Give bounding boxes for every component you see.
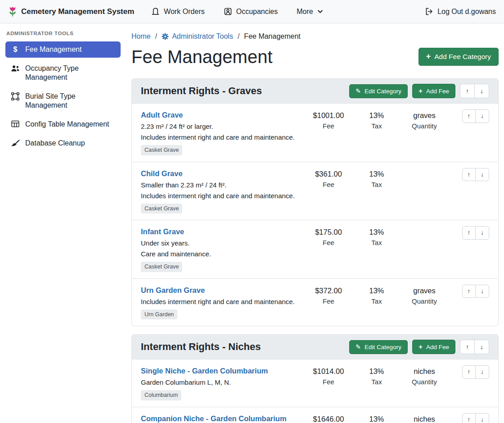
gear-icon bbox=[162, 33, 169, 40]
fee-description: Garden Columbarium L, M, N. bbox=[141, 377, 297, 388]
quantity-label: Quantity bbox=[398, 377, 450, 387]
chevron-down-icon bbox=[317, 9, 323, 14]
move-fee-up-button[interactable]: ↑ bbox=[462, 285, 476, 298]
nav-occupancies[interactable]: Occupancies bbox=[224, 7, 278, 16]
tax-value: 13% bbox=[355, 414, 398, 423]
fee-amount-label: Fee bbox=[302, 179, 355, 190]
move-category-up-button[interactable]: ↑ bbox=[460, 340, 475, 354]
sidebar-item-fee-management[interactable]: $ Fee Management bbox=[5, 41, 121, 58]
fee-name-link[interactable]: Urn Garden Grave bbox=[141, 285, 205, 296]
sidebar-item-label: Fee Management bbox=[25, 45, 81, 54]
sidebar-item-burial-site-type-management[interactable]: Burial Site Type Management bbox=[5, 88, 121, 114]
move-fee-down-button[interactable]: ↓ bbox=[475, 365, 489, 379]
tax-column: 13% Tax bbox=[355, 285, 398, 307]
top-navbar: Cemetery Management System Work Orders O… bbox=[0, 0, 504, 23]
move-fee-down-button[interactable]: ↓ bbox=[475, 226, 489, 240]
move-category-down-button[interactable]: ↓ bbox=[474, 340, 489, 354]
dollar-icon: $ bbox=[11, 45, 20, 54]
fee-name-link[interactable]: Adult Grave bbox=[141, 109, 183, 120]
fee-type-badge: Casket Grave bbox=[141, 262, 182, 272]
move-category-down-button[interactable]: ↓ bbox=[474, 84, 489, 98]
fee-row: Infant Grave Under six years. Care and m… bbox=[132, 220, 498, 279]
move-fee-up-button[interactable]: ↑ bbox=[462, 226, 476, 240]
fee-reorder-group: ↑ ↓ bbox=[462, 168, 490, 182]
tax-label: Tax bbox=[355, 179, 398, 190]
add-fee-button[interactable]: + Add Fee bbox=[412, 340, 455, 354]
sidebar-section-header: ADMINISTRATOR TOOLS bbox=[6, 31, 120, 36]
sidebar: ADMINISTRATOR TOOLS $ Fee Management Occ… bbox=[0, 23, 126, 160]
add-fee-category-button[interactable]: + Add Fee Category bbox=[418, 48, 499, 66]
tax-value: 13% bbox=[355, 227, 398, 237]
fee-name-link[interactable]: Single Niche - Garden Columbarium bbox=[141, 365, 268, 376]
fee-amount: $361.00 bbox=[302, 168, 355, 179]
category-reorder-group: ↑ ↓ bbox=[460, 340, 489, 354]
nav-work-orders[interactable]: Work Orders bbox=[151, 7, 204, 16]
fee-amount-column: $1646.00 Fee bbox=[302, 413, 355, 423]
sidebar-item-occupancy-type-management[interactable]: Occupancy Type Management bbox=[5, 60, 121, 86]
fee-name-link[interactable]: Infant Grave bbox=[141, 226, 184, 237]
quantity-column-empty bbox=[398, 168, 450, 168]
quantity-column: graves Quantity bbox=[398, 285, 450, 307]
fee-amount-column: $175.00 Fee bbox=[302, 226, 355, 248]
fee-amount-column: $1014.00 Fee bbox=[302, 365, 355, 387]
fee-name-link[interactable]: Child Grave bbox=[141, 168, 183, 179]
edit-category-button[interactable]: ✎ Edit Category bbox=[349, 340, 408, 354]
fee-row: Single Niche - Garden Columbarium Garden… bbox=[132, 359, 498, 407]
fee-name-link[interactable]: Companion Niche - Garden Columbarium bbox=[141, 413, 287, 423]
sidebar-item-label: Burial Site Type Management bbox=[25, 92, 115, 110]
fee-details: Single Niche - Garden Columbarium Garden… bbox=[141, 365, 302, 400]
move-fee-down-button[interactable]: ↓ bbox=[475, 168, 489, 182]
fee-type-badge: Casket Grave bbox=[141, 145, 182, 155]
broom-icon bbox=[11, 139, 20, 147]
move-fee-up-button[interactable]: ↑ bbox=[462, 109, 476, 123]
move-fee-up-button[interactable]: ↑ bbox=[462, 413, 476, 423]
fee-amount-label: Fee bbox=[302, 296, 355, 307]
fee-details: Companion Niche - Garden Columbarium Gar… bbox=[141, 413, 302, 423]
fee-amount: $1014.00 bbox=[302, 366, 355, 377]
category-reorder-group: ↑ ↓ bbox=[460, 84, 489, 98]
nav-more[interactable]: More bbox=[297, 8, 323, 16]
app-brand: Cemetery Management System bbox=[8, 6, 134, 18]
sidebar-item-label: Config Table Management bbox=[25, 120, 109, 129]
fee-description: Care and maintenance. bbox=[141, 249, 297, 259]
fee-amount-column: $361.00 Fee bbox=[302, 168, 355, 190]
fee-amount-label: Fee bbox=[302, 377, 355, 387]
add-fee-button[interactable]: + Add Fee bbox=[412, 84, 455, 98]
move-fee-down-button[interactable]: ↓ bbox=[475, 285, 489, 298]
fee-description: Under six years. bbox=[141, 238, 297, 249]
sidebar-item-config-table-management[interactable]: Config Table Management bbox=[5, 116, 121, 132]
edit-category-button[interactable]: ✎ Edit Category bbox=[349, 84, 408, 98]
move-fee-up-button[interactable]: ↑ bbox=[462, 168, 476, 182]
pencil-icon: ✎ bbox=[356, 88, 361, 94]
tax-column: 13% Tax bbox=[355, 365, 398, 387]
move-category-up-button[interactable]: ↑ bbox=[460, 84, 475, 98]
tax-column: 13% Tax bbox=[355, 168, 398, 190]
move-fee-down-button[interactable]: ↓ bbox=[475, 109, 489, 123]
fee-description: Smaller than 2.23 m² / 24 ft². bbox=[141, 180, 297, 191]
move-fee-up-button[interactable]: ↑ bbox=[462, 365, 476, 379]
logout-link[interactable]: Log Out d.gowans bbox=[425, 7, 496, 16]
quantity-label: Quantity bbox=[398, 296, 450, 307]
tax-column: 13% Tax bbox=[355, 413, 398, 423]
fee-description: Includes interment right and care and ma… bbox=[141, 132, 297, 143]
breadcrumb-current: Fee Management bbox=[244, 32, 300, 41]
plus-icon: + bbox=[418, 87, 423, 95]
fee-amount: $1001.00 bbox=[302, 110, 355, 121]
fee-reorder-group: ↑ ↓ bbox=[462, 226, 490, 240]
tax-value: 13% bbox=[355, 168, 398, 179]
sidebar-item-label: Database Cleanup bbox=[25, 139, 85, 148]
breadcrumb-admin-tools-link[interactable]: Administrator Tools bbox=[162, 32, 233, 41]
fee-details: Urn Garden Grave Includes interment righ… bbox=[141, 285, 302, 320]
tulip-logo-icon bbox=[8, 6, 17, 18]
sidebar-item-database-cleanup[interactable]: Database Cleanup bbox=[5, 135, 121, 151]
logout-icon bbox=[425, 7, 433, 16]
breadcrumb-home-link[interactable]: Home bbox=[131, 32, 151, 41]
fee-details: Adult Grave 2.23 m² / 24 ft² or larger. … bbox=[141, 109, 302, 155]
move-fee-down-button[interactable]: ↓ bbox=[475, 413, 489, 423]
fee-reorder-group: ↑ ↓ bbox=[462, 109, 490, 123]
navbar-menu: Work Orders Occupancies More bbox=[151, 7, 425, 16]
fee-amount: $1646.00 bbox=[302, 414, 355, 423]
people-icon bbox=[11, 64, 20, 72]
tax-label: Tax bbox=[355, 377, 398, 387]
fee-amount-label: Fee bbox=[302, 237, 355, 248]
